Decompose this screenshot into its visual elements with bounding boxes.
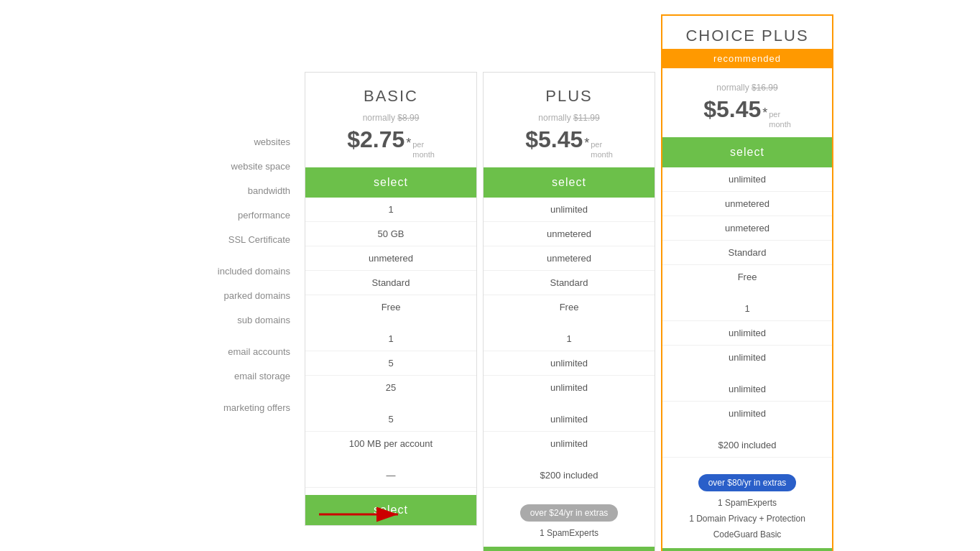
plus-marketing-values: $200 included bbox=[484, 463, 655, 488]
basic-select-top-button[interactable]: select bbox=[305, 167, 476, 198]
choice-plus-plan-name: CHOICE PLUS bbox=[670, 16, 825, 49]
basic-original-price: $8.99 bbox=[397, 113, 419, 123]
choice-plus-hosting-values: unlimited unmetered unmetered Standard F… bbox=[662, 167, 832, 290]
choice-plus-select-bottom-button[interactable]: select bbox=[662, 548, 832, 551]
choice-plus-extras-item-2: 1 Domain Privacy + Protection bbox=[670, 511, 825, 527]
choice-plus-extras-item-1: 1 SpamExperts bbox=[670, 495, 825, 511]
choice-plus-original-price: $16.99 bbox=[752, 83, 778, 93]
hosting-features-group: websites website space bandwidth perform… bbox=[147, 129, 294, 251]
basic-email-storage-value: 100 MB per account bbox=[305, 432, 476, 456]
basic-per-month: permonth bbox=[412, 139, 435, 160]
email-accounts-label: email accounts bbox=[147, 339, 294, 364]
performance-label: performance bbox=[147, 203, 294, 227]
plus-select-bottom-button[interactable]: select bbox=[484, 547, 655, 551]
choice-plus-marketing-values: $200 included bbox=[662, 433, 832, 458]
choice-plus-bandwidth-value: unmetered bbox=[662, 216, 832, 241]
basic-website-space-value: 50 GB bbox=[305, 222, 476, 246]
pricing-table: websites website space bandwidth perform… bbox=[147, 14, 833, 551]
choice-plus-ssl-value: Free bbox=[662, 265, 832, 290]
choice-plus-per-month: permonth bbox=[769, 109, 791, 130]
plus-marketing-value: $200 included bbox=[484, 463, 655, 488]
basic-plan-header: BASIC normally $8.99 $2.75 * permonth bbox=[305, 73, 476, 167]
plus-original-price: $11.99 bbox=[573, 113, 600, 123]
plus-price: $5.45 bbox=[525, 126, 583, 153]
plus-domain-values: 1 unlimited unlimited bbox=[484, 327, 655, 400]
plus-ssl-value: Free bbox=[484, 295, 655, 320]
email-features-group: email accounts email storage bbox=[147, 339, 294, 388]
feature-labels-column: websites website space bandwidth perform… bbox=[147, 14, 305, 427]
choice-plus-header: CHOICE PLUS bbox=[662, 16, 832, 49]
basic-normally: normally $8.99 bbox=[313, 113, 469, 123]
choice-plus-website-space-value: unmetered bbox=[662, 192, 832, 216]
basic-price: $2.75 bbox=[347, 126, 405, 153]
choice-plus-performance-value: Standard bbox=[662, 241, 832, 265]
basic-price-row: $2.75 * permonth bbox=[313, 126, 469, 160]
basic-sub-domains-value: 25 bbox=[305, 376, 476, 400]
choice-plus-sub-domains-value: unlimited bbox=[662, 346, 832, 370]
website-space-label: website space bbox=[147, 154, 294, 178]
choice-plus-extras-item-3: CodeGuard Basic bbox=[670, 527, 825, 542]
choice-plus-price-header: normally $16.99 $5.45 * permonth bbox=[662, 68, 832, 137]
basic-email-values: 5 100 MB per account bbox=[305, 407, 476, 456]
choice-plus-websites-value: unlimited bbox=[662, 167, 832, 192]
websites-label: websites bbox=[147, 129, 294, 154]
choice-plus-email-accounts-value: unlimited bbox=[662, 377, 832, 402]
choice-plus-select-top-button[interactable]: select bbox=[662, 137, 832, 167]
bandwidth-label: bandwidth bbox=[147, 178, 294, 203]
basic-select-bottom-button[interactable]: select bbox=[305, 495, 476, 525]
plus-per-month: permonth bbox=[591, 139, 613, 160]
plus-included-domains-value: 1 bbox=[484, 327, 655, 351]
choice-plus-included-domains-value: 1 bbox=[662, 297, 832, 321]
ssl-label: SSL Certificate bbox=[147, 227, 294, 251]
plus-parked-domains-value: unlimited bbox=[484, 351, 655, 376]
basic-websites-value: 1 bbox=[305, 198, 476, 222]
basic-marketing-values: — bbox=[305, 463, 476, 488]
plus-extras-section: over $24/yr in extras 1 SpamExperts bbox=[484, 495, 655, 547]
choice-plus-normally: normally $16.99 bbox=[670, 83, 825, 93]
basic-asterisk: * bbox=[406, 136, 411, 151]
basic-included-domains-value: 1 bbox=[305, 327, 476, 351]
recommended-badge: recommended bbox=[662, 49, 832, 68]
basic-parked-domains-value: 5 bbox=[305, 351, 476, 376]
plus-select-top-button[interactable]: select bbox=[484, 167, 655, 198]
plus-email-storage-value: unlimited bbox=[484, 432, 655, 456]
parked-domains-label: parked domains bbox=[147, 283, 294, 307]
choice-plus-email-values: unlimited unlimited bbox=[662, 377, 832, 426]
choice-plus-email-storage-value: unlimited bbox=[662, 402, 832, 426]
sub-domains-label: sub domains bbox=[147, 307, 294, 332]
choice-plus-price-row: $5.45 * permonth bbox=[670, 96, 825, 130]
plus-email-values: unlimited unlimited bbox=[484, 407, 655, 456]
plus-websites-value: unlimited bbox=[484, 198, 655, 222]
choice-plus-price: $5.45 bbox=[703, 96, 761, 123]
choice-plus-normally-label: normally bbox=[716, 83, 749, 93]
choice-plus-plan-column: CHOICE PLUS recommended normally $16.99 … bbox=[661, 14, 833, 551]
plus-normally: normally $11.99 bbox=[491, 113, 647, 123]
plus-normally-label: normally bbox=[538, 113, 570, 123]
plus-performance-value: Standard bbox=[484, 271, 655, 295]
choice-plus-parked-domains-value: unlimited bbox=[662, 321, 832, 346]
choice-plus-domain-values: 1 unlimited unlimited bbox=[662, 297, 832, 370]
basic-bandwidth-value: unmetered bbox=[305, 246, 476, 271]
plus-plan-name: PLUS bbox=[491, 83, 647, 106]
basic-performance-value: Standard bbox=[305, 271, 476, 295]
basic-normally-label: normally bbox=[363, 113, 395, 123]
choice-plus-marketing-value: $200 included bbox=[662, 433, 832, 458]
plus-hosting-values: unlimited unmetered unmetered Standard F… bbox=[484, 198, 655, 320]
basic-plan-column: BASIC normally $8.99 $2.75 * permonth se… bbox=[305, 72, 477, 526]
basic-hosting-values: 1 50 GB unmetered Standard Free bbox=[305, 198, 476, 320]
plus-asterisk: * bbox=[584, 136, 589, 151]
plus-extras-item-1: 1 SpamExperts bbox=[491, 525, 647, 541]
basic-email-accounts-value: 5 bbox=[305, 407, 476, 432]
included-domains-label: included domains bbox=[147, 259, 294, 283]
domain-features-group: included domains parked domains sub doma… bbox=[147, 259, 294, 332]
basic-plan-name: BASIC bbox=[313, 83, 469, 106]
basic-marketing-value: — bbox=[305, 463, 476, 488]
plus-email-accounts-value: unlimited bbox=[484, 407, 655, 432]
plus-plan-header: PLUS normally $11.99 $5.45 * permonth bbox=[484, 73, 655, 167]
choice-plus-extras-badge: over $80/yr in extras bbox=[698, 474, 797, 491]
basic-domain-values: 1 5 25 bbox=[305, 327, 476, 400]
plus-extras-badge: over $24/yr in extras bbox=[520, 504, 619, 522]
basic-ssl-value: Free bbox=[305, 295, 476, 320]
plus-sub-domains-value: unlimited bbox=[484, 376, 655, 400]
marketing-features-group: marketing offers bbox=[147, 395, 294, 420]
